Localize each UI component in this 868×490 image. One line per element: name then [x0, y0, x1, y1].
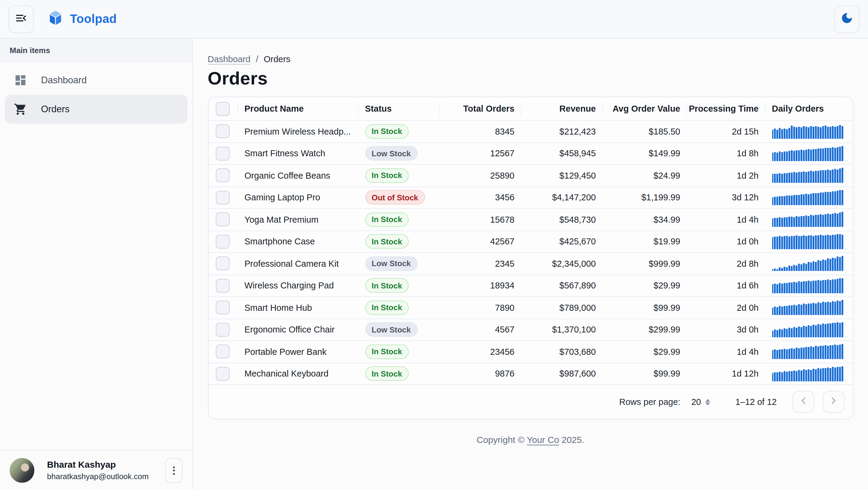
row-checkbox[interactable] — [216, 191, 230, 205]
breadcrumb-dashboard-link[interactable]: Dashboard — [208, 54, 250, 64]
sparkline-bar — [812, 171, 814, 183]
product-name-cell: Yoga Mat Premium — [237, 215, 358, 225]
shopping-cart-icon — [13, 102, 28, 116]
sparkline-bar — [798, 370, 800, 381]
sparkline-bar — [820, 214, 821, 227]
brand-home-link[interactable]: Toolpad — [47, 9, 117, 29]
select-all-checkbox[interactable] — [216, 102, 230, 116]
sparkline-bar — [803, 348, 805, 359]
sparkline-bar — [817, 215, 819, 227]
total-orders-cell: 25890 — [439, 171, 521, 180]
sparkline-bar — [781, 350, 783, 359]
sparkline-bar — [825, 324, 826, 337]
column-header-avg-order-value[interactable]: Avg Order Value — [602, 102, 686, 116]
row-checkbox[interactable] — [216, 257, 230, 271]
row-checkbox[interactable] — [216, 301, 230, 315]
table-row[interactable]: Organic Coffee BeansIn Stock25890$129,45… — [208, 164, 852, 186]
app-bar: Toolpad — [0, 0, 868, 39]
sparkline-bar — [825, 171, 826, 183]
column-header-revenue[interactable]: Revenue — [521, 102, 602, 116]
status-cell: In Stock — [358, 367, 439, 381]
column-header-daily-orders[interactable]: Daily Orders — [765, 102, 853, 116]
sparkline-bar — [806, 264, 807, 271]
sparkline-bar — [837, 147, 838, 161]
sparkline-bar — [774, 268, 776, 271]
total-orders-cell: 23456 — [439, 347, 521, 357]
sparkline-bar — [822, 235, 824, 249]
sparkline-bar — [779, 349, 781, 359]
row-checkbox[interactable] — [216, 367, 230, 381]
sparkline-bar — [789, 328, 790, 337]
sparkline-bar — [796, 173, 798, 183]
sparkline-bar — [812, 236, 814, 249]
sparkline-bar — [774, 330, 776, 337]
previous-page-button[interactable] — [792, 391, 814, 413]
column-header-total-orders[interactable]: Total Orders — [439, 102, 521, 116]
column-header-status[interactable]: Status — [358, 102, 439, 116]
row-checkbox[interactable] — [216, 213, 230, 227]
sparkline-bar — [789, 173, 790, 183]
table-row[interactable]: Gaming Laptop ProOut of Stock3456$4,147,… — [208, 186, 852, 208]
row-checkbox[interactable] — [216, 323, 230, 337]
sparkline-bar — [803, 370, 805, 381]
daily-orders-cell — [765, 344, 853, 359]
breadcrumb-current: Orders — [264, 54, 290, 64]
table-row[interactable]: Smart Fitness WatchLow Stock12567$458,94… — [208, 142, 852, 164]
sparkline-bar — [789, 305, 790, 315]
sparkline-bar — [798, 172, 800, 183]
sparkline-bar — [822, 259, 824, 271]
row-checkbox[interactable] — [216, 125, 230, 139]
revenue-cell: $1,370,100 — [521, 325, 602, 335]
user-email: bharatkashyap@outlook.com — [47, 472, 149, 482]
sparkline-bar — [794, 282, 795, 293]
sparkline-bar — [815, 215, 816, 227]
sparkline-bar — [786, 329, 788, 337]
row-checkbox[interactable] — [216, 235, 230, 249]
sidebar-item-orders[interactable]: Orders — [5, 95, 187, 124]
sparkline-bar — [810, 281, 812, 293]
sidebar-item-dashboard[interactable]: Dashboard — [5, 66, 187, 95]
sparkline-bar — [832, 323, 833, 337]
header-cell-checkbox — [208, 102, 237, 116]
sparkline-bar — [774, 197, 776, 205]
column-header-product-name[interactable]: Product Name — [237, 102, 358, 116]
table-row[interactable]: Ergonomic Office ChairLow Stock4567$1,37… — [208, 318, 852, 340]
sparkline-bar — [777, 269, 778, 271]
copyright-suffix: 2025. — [559, 434, 584, 445]
table-row[interactable]: Portable Power BankIn Stock23456$703,680… — [208, 340, 852, 363]
row-checkbox[interactable] — [216, 345, 230, 359]
sparkline-bar — [839, 147, 841, 161]
collapse-sidebar-button[interactable] — [8, 5, 34, 33]
rows-per-page-select[interactable]: 20 — [691, 397, 710, 407]
table-row[interactable]: Smartphone CaseIn Stock42567$425,670$19.… — [208, 230, 852, 252]
status-badge: Out of Stock — [365, 191, 425, 205]
table-row[interactable]: Premium Wireless Headp...In Stock8345$21… — [208, 120, 852, 142]
row-checkbox[interactable] — [216, 147, 230, 161]
column-header-processing-time[interactable]: Processing Time — [686, 102, 765, 116]
sparkline-bar — [801, 195, 802, 205]
table-row[interactable]: Yoga Mat PremiumIn Stock15678$548,730$34… — [208, 208, 852, 230]
total-orders-cell: 15678 — [439, 215, 521, 225]
sparkline-bar — [841, 366, 843, 381]
user-menu-button[interactable] — [165, 458, 183, 483]
row-checkbox[interactable] — [216, 279, 230, 293]
sparkline-bar — [827, 346, 829, 359]
table-row[interactable]: Professional Camera KitLow Stock2345$2,3… — [208, 252, 852, 274]
company-link[interactable]: Your Co — [527, 434, 559, 445]
table-row[interactable]: Mechanical KeyboardIn Stock9876$987,600$… — [208, 363, 852, 384]
sparkline-bar — [839, 169, 841, 183]
sparkline-bar — [834, 213, 836, 227]
row-checkbox[interactable] — [216, 169, 230, 182]
status-cell: In Stock — [358, 300, 439, 315]
sparkline-bar — [808, 347, 809, 359]
next-page-button[interactable] — [823, 391, 844, 413]
status-cell: Low Stock — [358, 322, 439, 337]
sparkline-bar — [801, 371, 802, 381]
sparkline-bar — [796, 265, 798, 271]
theme-toggle-button[interactable] — [834, 5, 860, 33]
main-content: Dashboard / Orders Orders Product Name S… — [193, 39, 868, 490]
avg-order-value-cell: $19.99 — [602, 237, 686, 247]
sparkline-bar — [784, 283, 785, 293]
table-row[interactable]: Smart Home HubIn Stock7890$789,000$99.99… — [208, 296, 852, 318]
table-row[interactable]: Wireless Charging PadIn Stock18934$567,8… — [208, 274, 852, 296]
